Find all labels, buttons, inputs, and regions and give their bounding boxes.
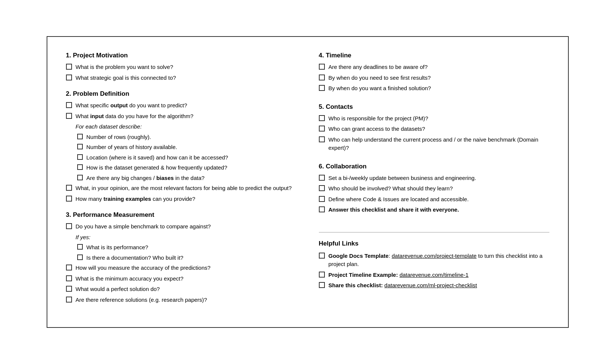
item-text: Who can help understand the current proc… xyxy=(329,136,549,152)
checkbox-icon[interactable] xyxy=(66,297,72,303)
helpful-link-item[interactable]: Project Timeline Example: datarevenue.co… xyxy=(319,271,549,279)
checkbox-icon[interactable] xyxy=(77,164,83,170)
checkbox-icon[interactable] xyxy=(77,154,83,160)
checklist-item[interactable]: What input data do you have for the algo… xyxy=(66,112,296,121)
checkbox-icon[interactable] xyxy=(319,75,325,80)
checklist-item[interactable]: By when do you want a finished solution? xyxy=(319,84,549,93)
checkbox-icon[interactable] xyxy=(77,244,83,250)
sub-section-wrapper: If yes:What is its performance?Is there … xyxy=(66,233,296,262)
section-collaboration: 6. CollaborationSet a bi-/weekly update … xyxy=(319,163,549,216)
checkbox-icon[interactable] xyxy=(77,134,83,139)
sub-section-label: If yes: xyxy=(76,233,296,242)
checkbox-icon[interactable] xyxy=(319,85,325,91)
checklist-item[interactable]: How will you measure the accuracy of the… xyxy=(66,264,296,272)
sub-section: For each dataset describe:Number of rows… xyxy=(66,123,296,182)
checkbox-icon[interactable] xyxy=(319,272,325,278)
item-text: What specific output do you want to pred… xyxy=(76,101,296,110)
checkbox-icon[interactable] xyxy=(319,136,325,142)
item-text: By when do you want a finished solution? xyxy=(329,84,549,93)
page-container: 1. Project MotivationWhat is the problem… xyxy=(47,36,569,328)
left-column: 1. Project MotivationWhat is the problem… xyxy=(66,52,296,312)
checkbox-icon[interactable] xyxy=(319,115,325,121)
sub-checklist-item[interactable]: Is there a documentation? Who built it? xyxy=(77,254,296,262)
checkbox-icon[interactable] xyxy=(319,126,325,132)
checkbox-icon[interactable] xyxy=(66,265,72,270)
section-title-performance-measurement: 3. Performance Measurement xyxy=(66,211,296,219)
checklist-item[interactable]: What would a perfect solution do? xyxy=(66,285,296,294)
item-text: Who is responsible for the project (PM)? xyxy=(329,114,549,123)
checklist-item[interactable]: Are there reference solutions (e.g. rese… xyxy=(66,296,296,304)
helpful-link-item[interactable]: Share this checklist: datarevenue.com/ml… xyxy=(319,281,549,290)
checklist-item[interactable]: Set a bi-/weekly update between business… xyxy=(319,174,549,183)
checklist-item[interactable]: What strategic goal is this connected to… xyxy=(66,74,296,82)
checklist-item[interactable]: What is the problem you want to solve? xyxy=(66,63,296,72)
helpful-link-text: Share this checklist: datarevenue.com/ml… xyxy=(329,281,549,290)
checklist-item[interactable]: Answer this checklist and share it with … xyxy=(319,206,549,214)
checkbox-icon[interactable] xyxy=(66,102,72,108)
checklist-item[interactable]: What is the minimum accuracy you expect? xyxy=(66,275,296,283)
checklist-item[interactable]: Who can grant access to the datasets? xyxy=(319,125,549,133)
section-project-motivation: 1. Project MotivationWhat is the problem… xyxy=(66,52,296,82)
checkbox-icon[interactable] xyxy=(66,75,72,80)
sub-section: If yes:What is its performance?Is there … xyxy=(66,233,296,262)
checkbox-icon[interactable] xyxy=(66,223,72,229)
section-problem-definition: 2. Problem DefinitionWhat specific outpu… xyxy=(66,90,296,203)
checklist-item[interactable]: Who can help understand the current proc… xyxy=(319,136,549,152)
checkbox-icon[interactable] xyxy=(66,113,72,119)
checkbox-icon[interactable] xyxy=(77,254,83,260)
helpful-link-text: Google Docs Template: datarevenue.com/pr… xyxy=(329,252,549,269)
item-text: What is the minimum accuracy you expect? xyxy=(76,275,296,283)
checkbox-icon[interactable] xyxy=(319,253,325,259)
section-title-problem-definition: 2. Problem Definition xyxy=(66,90,296,98)
helpful-link-item[interactable]: Google Docs Template: datarevenue.com/pr… xyxy=(319,252,549,269)
item-text: Who can grant access to the datasets? xyxy=(329,125,549,133)
checkbox-icon[interactable] xyxy=(319,185,325,191)
checklist-item[interactable]: Are there any deadlines to be aware of? xyxy=(319,63,549,72)
sub-checklist-item[interactable]: How is the dataset generated & how frequ… xyxy=(77,164,296,172)
checklist-item[interactable]: How many training examples can you provi… xyxy=(66,195,296,203)
sub-checklist-item[interactable]: What is its performance? xyxy=(77,243,296,252)
sub-checklist-item[interactable]: Number of rows (roughly). xyxy=(77,133,296,142)
checklist-item[interactable]: By when do you need to see first results… xyxy=(319,74,549,82)
section-contacts: 5. ContactsWho is responsible for the pr… xyxy=(319,103,549,155)
sub-item-text: Is there a documentation? Who built it? xyxy=(87,254,296,262)
checkbox-icon[interactable] xyxy=(319,206,325,212)
item-text: Set a bi-/weekly update between business… xyxy=(329,174,549,183)
checklist-item[interactable]: Who should be involved? What should they… xyxy=(319,184,549,193)
item-text: Do you have a simple benchmark to compar… xyxy=(76,222,296,231)
checklist-item[interactable]: What specific output do you want to pred… xyxy=(66,101,296,110)
section-title-contacts: 5. Contacts xyxy=(319,103,549,111)
sub-checklist-item[interactable]: Number of years of history available. xyxy=(77,143,296,152)
section-timeline: 4. TimelineAre there any deadlines to be… xyxy=(319,52,549,95)
helpful-links-title: Helpful Links xyxy=(319,240,549,247)
checkbox-icon[interactable] xyxy=(319,175,325,181)
checkbox-icon[interactable] xyxy=(77,144,83,149)
sub-section-label: For each dataset describe: xyxy=(76,123,296,131)
checkbox-icon[interactable] xyxy=(66,275,72,281)
item-text: What input data do you have for the algo… xyxy=(76,112,296,121)
item-text: How many training examples can you provi… xyxy=(76,195,296,203)
checkbox-icon[interactable] xyxy=(319,196,325,202)
sub-section-wrapper: For each dataset describe:Number of rows… xyxy=(66,123,296,182)
checkbox-icon[interactable] xyxy=(66,185,72,191)
item-text: How will you measure the accuracy of the… xyxy=(76,264,296,272)
sub-checklist-item[interactable]: Location (where is it saved) and how can… xyxy=(77,153,296,162)
sub-item-text: Location (where is it saved) and how can… xyxy=(87,153,296,162)
section-title-project-motivation: 1. Project Motivation xyxy=(66,52,296,59)
helpful-links-section: Helpful LinksGoogle Docs Template: datar… xyxy=(319,240,549,292)
item-text: What is the problem you want to solve? xyxy=(76,63,296,72)
checkbox-icon[interactable] xyxy=(66,196,72,202)
checklist-item[interactable]: Who is responsible for the project (PM)? xyxy=(319,114,549,123)
checkbox-icon[interactable] xyxy=(66,64,72,70)
checklist-item[interactable]: Define where Code & Issues are located a… xyxy=(319,195,549,204)
checklist-item[interactable]: What, in your opinion, are the most rele… xyxy=(66,184,296,193)
checkbox-icon[interactable] xyxy=(77,175,83,180)
sub-item-text: What is its performance? xyxy=(87,243,296,252)
checkbox-icon[interactable] xyxy=(319,282,325,288)
horizontal-divider xyxy=(319,232,549,232)
sub-checklist-item[interactable]: Are there any big changes / biases in th… xyxy=(77,174,296,183)
sub-item-text: Are there any big changes / biases in th… xyxy=(87,174,296,183)
checkbox-icon[interactable] xyxy=(319,64,325,70)
checklist-item[interactable]: Do you have a simple benchmark to compar… xyxy=(66,222,296,231)
checkbox-icon[interactable] xyxy=(66,286,72,292)
